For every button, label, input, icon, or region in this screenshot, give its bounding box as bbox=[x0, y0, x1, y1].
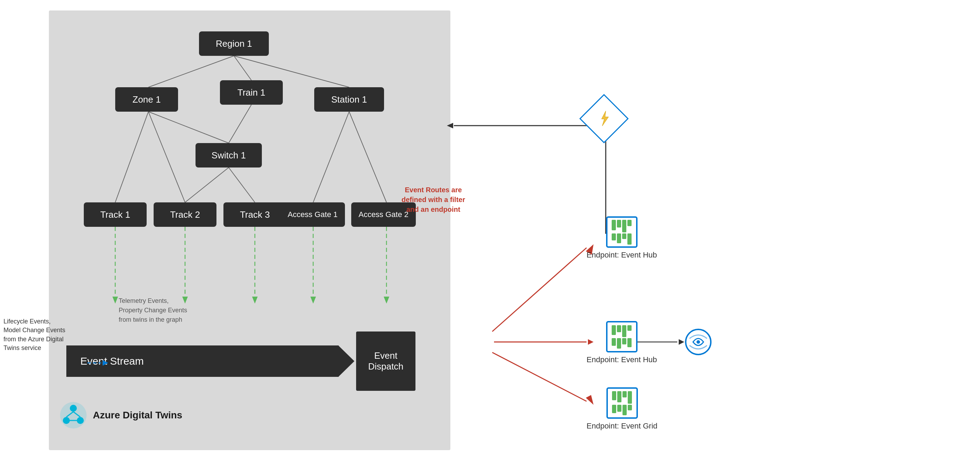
track3-node: Track 3 bbox=[223, 202, 286, 227]
svg-line-34 bbox=[492, 352, 587, 401]
event-stream-bar: Event Stream bbox=[66, 345, 339, 377]
event-hub2-icon bbox=[606, 321, 638, 352]
svg-line-5 bbox=[148, 112, 229, 143]
endpoint-grid-label: Endpoint: Event Grid bbox=[587, 422, 657, 430]
telemetry-text: Telemetry Events, Property Change Events… bbox=[119, 296, 196, 324]
svg-marker-42 bbox=[601, 111, 609, 126]
svg-line-1 bbox=[234, 56, 251, 80]
track2-node: Track 2 bbox=[154, 202, 216, 227]
svg-line-6 bbox=[229, 105, 251, 143]
region1-node: Region 1 bbox=[199, 32, 269, 56]
svg-point-44 bbox=[697, 340, 700, 344]
event-dispatch-box: Event Dispatch bbox=[356, 332, 415, 391]
event-grid-icon bbox=[606, 387, 638, 419]
svg-marker-41 bbox=[679, 339, 684, 345]
svg-point-22 bbox=[70, 405, 77, 412]
svg-marker-20 bbox=[384, 297, 389, 303]
endpoint-grid: Endpoint: Event Grid bbox=[587, 387, 657, 430]
zone1-node: Zone 1 bbox=[115, 87, 178, 112]
lightning-bolt-svg bbox=[595, 109, 613, 127]
diagram-container: Region 1 Zone 1 Train 1 Station 1 Switch… bbox=[49, 11, 450, 450]
event-hub1-icon bbox=[606, 216, 638, 248]
svg-line-8 bbox=[229, 167, 255, 202]
track1-node: Track 1 bbox=[84, 202, 146, 227]
svg-line-4 bbox=[148, 112, 185, 202]
adt-icon bbox=[59, 401, 87, 429]
endpoint-hub1-label: Endpoint: Event Hub bbox=[587, 251, 657, 260]
svg-line-30 bbox=[492, 248, 587, 332]
train1-node: Train 1 bbox=[220, 80, 283, 105]
adt-label: Azure Digital Twins bbox=[93, 410, 182, 421]
svg-line-7 bbox=[185, 167, 229, 202]
station1-node: Station 1 bbox=[314, 87, 384, 112]
svg-marker-16 bbox=[252, 297, 258, 303]
svg-line-9 bbox=[313, 112, 349, 202]
endpoint-hub2: Endpoint: Event Hub bbox=[587, 321, 657, 364]
accessgate1-node: Access Gate 1 bbox=[280, 202, 345, 227]
endpoint-hub2-label: Endpoint: Event Hub bbox=[587, 355, 657, 364]
servicebus-icon bbox=[684, 328, 712, 357]
left-lifecycle-text: Lifecycle Events, Model Change Events fr… bbox=[3, 317, 94, 352]
eventhub-top-icon bbox=[587, 101, 622, 136]
event-routes-text: Event Routes are defined with a filter a… bbox=[401, 185, 465, 214]
svg-line-3 bbox=[115, 112, 148, 202]
svg-line-10 bbox=[349, 112, 387, 202]
switch1-node: Switch 1 bbox=[196, 143, 262, 167]
endpoint-hub1: Endpoint: Event Hub bbox=[587, 216, 657, 260]
svg-marker-18 bbox=[310, 297, 316, 303]
adt-area: Azure Digital Twins bbox=[59, 401, 182, 429]
svg-marker-12 bbox=[113, 297, 118, 303]
